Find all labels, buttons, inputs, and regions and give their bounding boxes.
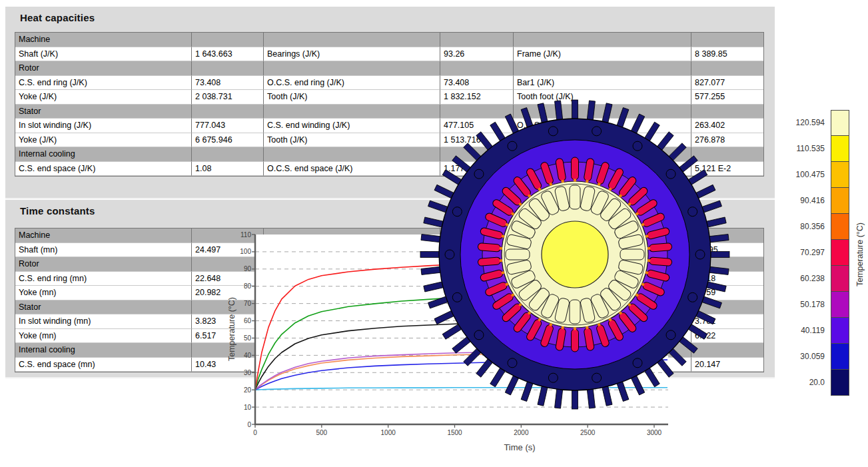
section-header-cell: [264, 105, 440, 119]
svg-text:10: 10: [244, 404, 252, 411]
value-cell: 8 389.85: [691, 47, 763, 62]
colorbar-segment: [831, 344, 849, 370]
value-cell: 6 675.946: [192, 133, 264, 148]
label-cell: O.C.S. end space (J/K): [264, 162, 440, 177]
time-constants-title: Time constants: [20, 205, 95, 217]
label-cell: C.S. end winding (J/K): [264, 119, 440, 133]
section-header-cell: [440, 61, 514, 76]
colorbar-tick-label: 80.356: [766, 222, 825, 231]
svg-text:40: 40: [244, 352, 252, 359]
svg-text:100: 100: [240, 248, 251, 255]
value-cell: 2 038.731: [192, 90, 264, 105]
svg-text:2000: 2000: [514, 429, 529, 436]
label-cell: Shaft (J/K): [15, 47, 192, 62]
colorbar-tick-label: 50.178: [766, 300, 825, 309]
value-cell: 1 643.663: [192, 47, 264, 62]
section-header-cell: [691, 61, 763, 76]
section-header-cell: Rotor: [15, 257, 192, 272]
value-cell: 1.08: [192, 162, 264, 177]
colorbar-segment: [831, 188, 849, 214]
section-header-cell: [264, 147, 440, 162]
label-cell: Yoke (mn): [15, 286, 192, 300]
colorbar-segment: [831, 162, 849, 188]
svg-text:0: 0: [253, 429, 257, 436]
label-cell: Bar1 (J/K): [514, 76, 691, 91]
section-header-cell: [514, 61, 691, 76]
label-cell: C.S. end ring (mn): [15, 272, 192, 286]
value-cell: 777.043: [192, 119, 264, 133]
section-header-cell: Internal cooling: [15, 147, 192, 162]
colorbar-tick-label: 30.059: [766, 352, 825, 361]
section-header-cell: [440, 33, 514, 47]
section-header-cell: [691, 33, 763, 47]
section-header-cell: Internal cooling: [15, 343, 192, 358]
colorbar-tick-label: 100.475: [766, 170, 825, 179]
label-cell: Yoke (J/K): [15, 133, 192, 148]
svg-text:500: 500: [316, 429, 327, 436]
colorbar-segment: [831, 214, 849, 240]
svg-text:1500: 1500: [447, 429, 462, 436]
label-cell: C.S. end space (J/K): [15, 162, 192, 177]
label-cell: Frame (J/K): [514, 47, 691, 62]
svg-text:60: 60: [244, 317, 252, 324]
svg-text:50: 50: [244, 334, 252, 342]
section-header-cell: [264, 61, 440, 76]
label-cell: Tooth (J/K): [264, 90, 440, 105]
label-cell: Yoke (mn): [15, 329, 192, 344]
label-cell: Shaft (mn): [15, 243, 192, 258]
section-header-cell: [192, 61, 264, 76]
svg-text:2500: 2500: [580, 429, 596, 436]
section-header-cell: [264, 33, 440, 47]
svg-text:70: 70: [244, 300, 252, 307]
section-header-cell: Rotor: [15, 61, 192, 76]
svg-text:3000: 3000: [647, 429, 662, 436]
value-cell: 73.408: [440, 76, 514, 91]
colorbar-tick-label: 120.594: [766, 118, 825, 127]
section-header-cell: Machine: [15, 229, 192, 243]
svg-text:1000: 1000: [381, 429, 396, 436]
colorbar-segment: [831, 266, 849, 292]
section-header-cell: [192, 147, 264, 162]
colorbar-tick-label: 20.0: [766, 378, 825, 387]
section-header-cell: [514, 33, 691, 47]
colorbar-tick-label: 90.416: [766, 196, 825, 205]
section-header-cell: Machine: [15, 33, 192, 47]
colorbar-segment: [831, 136, 849, 162]
svg-text:0: 0: [247, 421, 251, 428]
colorbar-segment: [831, 110, 849, 136]
heat-capacities-title: Heat capacities: [20, 12, 95, 23]
section-header-cell: [192, 105, 264, 119]
colorbar-segment: [831, 240, 849, 266]
temperature-colorbar: [831, 110, 849, 396]
label-cell: O.C.S. end ring (J/K): [264, 76, 440, 91]
value-cell: 93.26: [440, 47, 514, 62]
svg-text:30: 30: [244, 369, 252, 376]
section-header-cell: [192, 33, 264, 47]
label-cell: Yoke (J/K): [15, 90, 192, 105]
colorbar-axis-title: Temperature (°C): [855, 218, 866, 291]
svg-text:110: 110: [240, 231, 251, 238]
section-header-cell: Stator: [15, 105, 192, 119]
svg-text:20: 20: [244, 386, 252, 394]
colorbar-tick-label: 60.238: [766, 274, 825, 283]
y-axis-title: Temperature (°C): [227, 297, 236, 361]
colorbar-tick-label: 70.297: [766, 248, 825, 257]
label-cell: Bearings (J/K): [264, 47, 440, 62]
label-cell: C.S. end ring (J/K): [15, 76, 192, 91]
colorbar-segment: [831, 370, 849, 396]
x-axis-title: Time (s): [504, 442, 535, 452]
colorbar-tick-label: 40.119: [766, 326, 825, 335]
value-cell: 73.408: [192, 76, 264, 91]
section-header-cell: Stator: [15, 300, 192, 315]
machine-cross-section: [416, 96, 733, 413]
colorbar-segment: [831, 292, 849, 318]
svg-text:80: 80: [244, 282, 252, 290]
colorbar-segment: [831, 318, 849, 344]
label-cell: Tooth (J/K): [264, 133, 440, 148]
label-cell: In slot winding (mn): [15, 314, 192, 329]
value-cell: 827.077: [691, 76, 763, 91]
label-cell: C.S. end space (mn): [15, 358, 192, 372]
svg-text:90: 90: [244, 265, 252, 272]
colorbar-tick-label: 110.535: [766, 144, 825, 153]
label-cell: In slot winding (J/K): [15, 119, 192, 133]
